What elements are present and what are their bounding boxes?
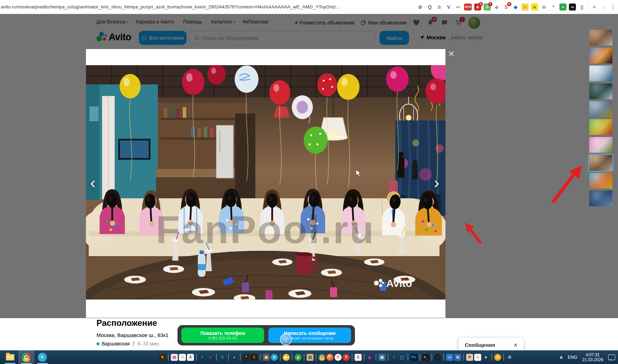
globe-icon[interactable]: ⊕ — [540, 4, 548, 11]
close-icon[interactable]: × — [448, 48, 455, 59]
telegram-icon: ✈ — [38, 353, 47, 362]
taskbar-separator — [228, 354, 229, 361]
taskbar-magenta-arrow-icon[interactable]: ▶ — [367, 354, 374, 361]
chrome-icon — [22, 353, 31, 362]
thumbnail-balloon-pit[interactable] — [589, 119, 612, 135]
clipboard-icon[interactable]: ▯ — [578, 4, 585, 11]
ghostery-icon[interactable]: G7 — [484, 4, 491, 11]
gallery-next-arrow[interactable]: › — [434, 174, 439, 191]
taskbar-snip-tool-icon[interactable]: ▢ — [398, 354, 405, 361]
taskbar-photoshop-icon[interactable]: Ps — [410, 354, 417, 361]
taskbar-file-explorer[interactable] — [2, 350, 18, 364]
taskbar-opera-icon[interactable]: O — [335, 354, 342, 361]
thumbnail-foam-show[interactable] — [589, 66, 612, 81]
taskbar-pictures-icon[interactable]: ▣ — [263, 354, 270, 361]
thumbnail-fire-show[interactable] — [589, 48, 612, 63]
extension-row: ⊘Q☆V↩6978A6G7◆S0◆≡n⊕*+••▯≡☺⋮ — [417, 0, 617, 14]
panda-icon[interactable]: •• — [569, 4, 576, 11]
taskbar-check-orange-icon[interactable]: ✓ — [207, 354, 214, 361]
thumbnail-splash-show[interactable] — [589, 83, 612, 99]
taskbar-check-green-icon[interactable]: ✓ — [199, 354, 206, 361]
thumbnail-night-show[interactable] — [589, 191, 612, 206]
shield-blue-icon[interactable]: ◆ — [512, 4, 519, 11]
taskbar-coin-icon[interactable]: O — [494, 354, 501, 361]
folder-icon — [6, 354, 14, 360]
taskbar-chrome-alt-icon[interactable] — [318, 354, 325, 361]
browser-menu-icon[interactable]: ⋮ — [610, 4, 617, 11]
taskbar-media-player-icon[interactable]: ▶ — [283, 354, 290, 361]
vpn-v-icon[interactable]: V — [445, 4, 452, 11]
taskbar-cmd-icon[interactable]: >_ — [422, 354, 429, 361]
taskbar-separator — [292, 354, 293, 361]
tray-expand-icon[interactable]: ∧ — [559, 355, 563, 360]
taskbar-excel-doc-icon[interactable]: X — [187, 354, 194, 361]
shield-gray-icon[interactable]: ◆ — [493, 4, 500, 11]
taskbar-excel-x-icon[interactable]: X — [219, 354, 226, 361]
taskbar-separator — [463, 354, 464, 361]
messenger-widget[interactable]: Сообщения ∧ — [458, 338, 524, 352]
taskbar-sphere-browser-icon[interactable]: ● — [231, 354, 238, 361]
taskbar-separator — [216, 354, 217, 361]
thumbnail-playroom[interactable] — [589, 173, 612, 188]
taskbar-separator — [443, 354, 444, 361]
thumbnail-table-party[interactable] — [589, 155, 612, 171]
taskbar-separator — [376, 354, 376, 361]
clock[interactable]: 4:07:31 21.03.2026 — [582, 352, 603, 362]
taskbar-display-icon[interactable]: ▭ — [446, 354, 453, 361]
taskbar-tasklist-icon[interactable]: ≡ — [474, 354, 481, 361]
puzzle-icon[interactable]: + — [559, 4, 566, 11]
taskbar: ✈ ↯▨≡X✓✓X●*E▣✈▶µ▤OYS▶▦/▢Ps>_∩▭⊞⚑≡▾O♻ ∧ E… — [0, 350, 618, 364]
photo-watermark: FanPool.ru — [156, 208, 375, 252]
taskbar-tools-folder-icon[interactable]: ▤ — [307, 354, 314, 361]
thumbnail-smoke-party[interactable] — [589, 30, 612, 46]
reply-arrow-icon[interactable]: ↩ — [455, 4, 462, 11]
taskbar-dropdown-icon[interactable]: ▾ — [482, 354, 489, 361]
n-translate-icon[interactable]: n — [531, 4, 538, 11]
taskbar-calculator-icon[interactable]: ▦ — [378, 354, 385, 361]
taskbar-rdp-icon[interactable]: ⊞ — [454, 354, 461, 361]
language-indicator[interactable]: ENG — [568, 355, 577, 360]
taskbar-separator — [388, 354, 388, 361]
sb-icon[interactable]: S0 — [503, 4, 510, 11]
taskbar-notes-doc-icon[interactable]: ≡ — [179, 354, 186, 361]
taskbar-e-orange-icon[interactable]: E — [251, 354, 258, 361]
taskbar-s-red-icon[interactable]: S — [355, 354, 362, 361]
taskbar-photo-app-icon[interactable]: ▨ — [171, 354, 178, 361]
taskbar-firefox-icon[interactable] — [327, 354, 334, 361]
taskbar-telegram-alt-icon[interactable]: ✈ — [271, 354, 278, 361]
taskbar-utorrent-icon[interactable]: µ — [295, 354, 302, 361]
taskbar-yandex-icon[interactable]: Y — [343, 354, 350, 361]
show-phone-button[interactable]: Показать телефон 8 981 XXX-XX-XX — [181, 328, 264, 343]
taskbar-separator — [431, 354, 432, 361]
taskbar-recycle-bin-icon[interactable]: ♻ — [506, 354, 513, 361]
zoom-icon[interactable]: Q — [426, 4, 433, 11]
taskbar-feather-pen-icon[interactable]: / — [390, 354, 397, 361]
listing-photo[interactable]: FanPool.ru Avito — [86, 65, 445, 300]
thumbnail-pink-costumes[interactable] — [589, 137, 612, 153]
taskbar-separator — [491, 354, 492, 361]
taskbar-telegram[interactable]: ✈ — [34, 350, 51, 364]
molecule-icon[interactable]: * — [550, 4, 557, 11]
address-bar[interactable]: avito.ru/moskva/predlozheniya_uslug/anim… — [1, 0, 378, 14]
taskbar-map-icon[interactable]: ⚑ — [466, 354, 473, 361]
action-center-icon[interactable] — [608, 355, 615, 360]
taskbar-separator — [503, 354, 504, 361]
gallery-prev-arrow[interactable]: ‹ — [90, 174, 95, 191]
bookmark-star-icon[interactable]: ☆ — [436, 4, 443, 11]
profile-ghost-icon[interactable]: ☺ — [600, 4, 607, 11]
taskbar-gear-dark-icon[interactable]: * — [243, 354, 250, 361]
thumbnail-robot-show[interactable] — [589, 101, 612, 117]
browser-toolbar: avito.ru/moskva/predlozheniya_uslug/anim… — [0, 0, 618, 14]
taskbar-separator — [419, 354, 420, 361]
notifications-blocked-icon[interactable]: ⊘ — [417, 4, 424, 11]
adblock-counter-icon[interactable]: 6978 — [464, 4, 472, 11]
taskbar-headphones-icon[interactable]: ∩ — [434, 354, 441, 361]
taskbar-chrome[interactable] — [18, 350, 34, 364]
taskbar-flash-icon[interactable]: ↯ — [159, 354, 166, 361]
gallery-thumbnails — [589, 30, 612, 206]
taskbar-separator — [240, 354, 241, 361]
notes-icon[interactable]: ≡ — [522, 4, 529, 11]
playlist-icon[interactable]: ≡ — [591, 4, 598, 11]
adblock-plus-icon[interactable]: A6 — [474, 4, 481, 11]
metro-line-dot — [96, 342, 100, 345]
